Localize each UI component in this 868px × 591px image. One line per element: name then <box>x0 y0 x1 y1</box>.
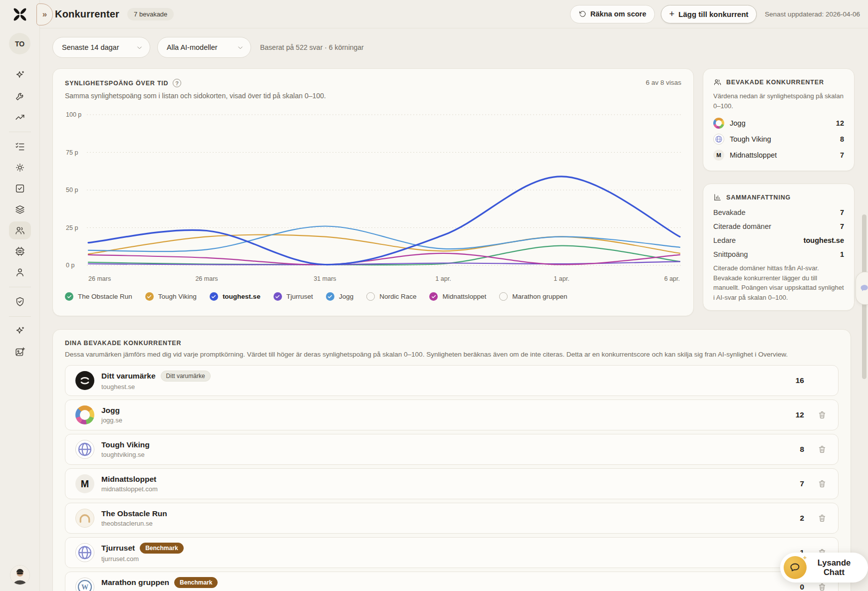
app-logo-icon[interactable] <box>10 4 30 24</box>
sidebar-item-security[interactable] <box>9 293 31 311</box>
series-shown-count: 6 av 8 visas <box>646 79 681 86</box>
help-icon[interactable]: ? <box>173 79 181 87</box>
sidebar-item-layers[interactable] <box>9 200 31 218</box>
watched-count-badge: 7 bevakade <box>127 8 174 20</box>
competitor-row-tough-viking: Tough Vikingtoughtviking.se8 <box>65 434 839 465</box>
competitor-score: 16 <box>786 376 804 385</box>
model-select[interactable]: Alla AI-modeller <box>157 37 251 58</box>
wordpress-logo: W <box>75 578 94 591</box>
competitor-score: 12 <box>786 410 804 419</box>
watched-item-name: Jogg <box>730 119 745 127</box>
x-tick-label: 26 mars <box>88 275 111 282</box>
sparkles-icon <box>14 70 25 81</box>
legend-item-tough-viking[interactable]: Tough Viking <box>145 292 197 301</box>
legend-check-icon <box>145 292 154 301</box>
y-tick-label: 25 p <box>66 224 78 231</box>
summary-row-citerade-dom-ner: Citerade domäner7 <box>713 222 844 230</box>
chat-side-tab[interactable] <box>856 272 868 305</box>
benchmark-badge: Benchmark <box>174 577 218 588</box>
sidebar-item-competitors[interactable] <box>9 221 31 239</box>
watched-list: Jogg12Tough Viking8MMidnattsloppet7 <box>713 118 844 161</box>
ring-logo <box>713 118 724 129</box>
summary-label: Ledare <box>713 236 736 244</box>
legend-label: Jogg <box>339 293 353 300</box>
legend-item-toughest-se[interactable]: toughest.se <box>210 292 261 301</box>
competitor-score: 0 <box>786 583 804 591</box>
period-select-value: Senaste 14 dagar <box>62 43 119 51</box>
visibility-chart-card: SYNLIGHETSPOÄNG ÖVER TID ? 6 av 8 visas … <box>52 68 694 316</box>
last-updated-text: Senast uppdaterad: 2026-04-06 <box>765 10 860 18</box>
legend-item-tjurruset[interactable]: Tjurruset <box>274 292 313 301</box>
wrench-icon <box>14 91 25 102</box>
users-icon <box>14 225 25 236</box>
legend-label: Tough Viking <box>158 293 197 300</box>
summary-panel-title: Sammanfattning <box>726 194 791 201</box>
chart-title: SYNLIGHETSPOÄNG ÖVER TID <box>65 80 168 87</box>
brand-dark-logo <box>75 371 94 390</box>
competitor-name: Tough Viking <box>101 440 150 449</box>
shield-check-icon <box>14 296 25 307</box>
watched-panel-note: Värdena nedan är synlighetspoäng på skal… <box>713 91 844 111</box>
x-tick-label: 1 apr. <box>554 275 569 282</box>
legend-item-midnattsloppet[interactable]: Midnattsloppet <box>429 292 486 301</box>
legend-label: toughest.se <box>223 293 261 300</box>
competitor-domain: toughtviking.se <box>101 451 150 458</box>
layers-icon <box>14 204 25 215</box>
add-competitor-label: Lägg till konkurrent <box>678 10 748 18</box>
competitor-domain: midnattsloppet.com <box>101 485 158 493</box>
visibility-chart-svg[interactable] <box>87 108 681 272</box>
chart-legend: The Obstacle RunTough Vikingtoughest.seT… <box>65 292 681 301</box>
watched-item-score: 7 <box>840 151 844 159</box>
workspace-badge[interactable]: TO <box>9 33 30 54</box>
user-avatar[interactable] <box>10 565 30 585</box>
watched-item-score: 8 <box>840 135 844 143</box>
summary-row-snittpo-ng: Snittpoäng1 <box>713 250 844 258</box>
legend-item-jogg[interactable]: Jogg <box>326 292 353 301</box>
sidebar-item-tasks[interactable] <box>9 180 31 197</box>
y-tick-label: 0 p <box>66 262 74 269</box>
chevron-down-icon <box>237 44 244 51</box>
watched-item-midnattsloppet: MMidnattsloppet7 <box>713 150 844 161</box>
chart-title-row: SYNLIGHETSPOÄNG ÖVER TID ? <box>65 79 181 87</box>
svg-text:W: W <box>81 583 88 591</box>
period-select[interactable]: Senaste 14 dagar <box>52 37 150 58</box>
competitor-score: 2 <box>786 514 804 523</box>
legend-item-marathon-gruppen[interactable]: Marathon gruppen <box>499 292 567 301</box>
competitor-name: The Obstacle Run <box>101 509 167 518</box>
chart-plot-area: 0 p25 p50 p75 p100 p 26 mars26 mars31 ma… <box>65 108 681 285</box>
chat-launcher-button[interactable]: ✦ Lysande Chatt <box>780 553 868 583</box>
legend-label: Midnattsloppet <box>442 293 486 300</box>
legend-item-nordic-race[interactable]: Nordic Race <box>366 292 416 301</box>
summary-panel: Sammanfattning Bevakade7Citerade domäner… <box>703 184 855 311</box>
sidebar-item-trends[interactable] <box>9 108 31 126</box>
topbar-actions: Räkna om score + Lägg till konkurrent Se… <box>570 5 860 23</box>
watched-competitors-panel: Bevakade konkurrenter Värdena nedan är s… <box>703 68 855 171</box>
add-competitor-button[interactable]: + Lägg till konkurrent <box>661 5 757 23</box>
legend-item-the-obstacle-run[interactable]: The Obstacle Run <box>65 292 132 301</box>
sidebar-item-ai-tools[interactable] <box>9 322 31 340</box>
sidebar-item-checklist[interactable] <box>9 138 31 156</box>
benchmark-badge: Benchmark <box>140 543 183 554</box>
sidebar-divider <box>9 316 31 317</box>
watched-item-tough-viking: Tough Viking8 <box>713 134 844 145</box>
delete-competitor-button[interactable] <box>816 443 828 455</box>
sparkles-2-icon <box>14 326 25 337</box>
sidebar-item-profile[interactable] <box>9 263 31 281</box>
sidebar-nav <box>9 66 31 361</box>
sidebar-item-tools[interactable] <box>9 87 31 105</box>
delete-competitor-button[interactable] <box>816 478 828 490</box>
delete-competitor-button[interactable] <box>816 581 828 591</box>
own-brand-badge: Ditt varumärke <box>161 371 211 382</box>
competitor-domain: tjurruset.com <box>101 555 184 563</box>
delete-competitor-button[interactable] <box>816 512 828 524</box>
sidebar-item-models[interactable] <box>9 242 31 260</box>
sidebar-item-sparkles[interactable] <box>9 66 31 84</box>
sidebar-item-sun[interactable] <box>9 159 31 177</box>
legend-label: Nordic Race <box>379 293 416 300</box>
chart-header: SYNLIGHETSPOÄNG ÖVER TID ? 6 av 8 visas <box>65 79 681 87</box>
sidebar-item-media[interactable] <box>9 343 31 361</box>
globe-logo <box>75 440 94 459</box>
mono-m-logo: M <box>75 474 94 493</box>
delete-competitor-button[interactable] <box>816 409 828 421</box>
recount-score-button[interactable]: Räkna om score <box>570 5 655 23</box>
